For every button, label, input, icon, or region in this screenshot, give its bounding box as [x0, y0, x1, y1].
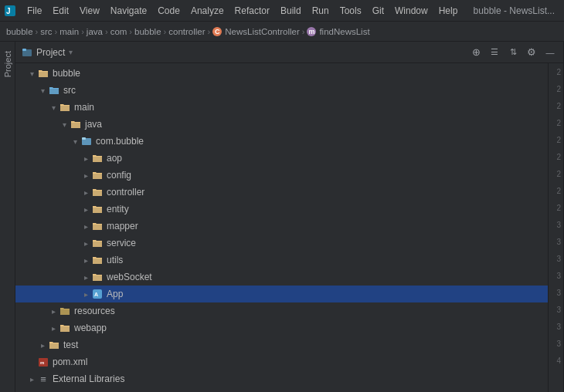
bc-main[interactable]: main [59, 27, 79, 36]
tree-arrow-src[interactable] [37, 85, 48, 96]
method-icon: m [307, 27, 316, 36]
tree-arrow-utils[interactable] [80, 255, 91, 265]
main-area: Project Project ▾ ⊕ ☰ ⇅ ⚙ — [0, 42, 564, 392]
tree-item-pom-xml[interactable]: m pom.xml [15, 353, 548, 370]
tree-item-utils[interactable]: utils [15, 252, 548, 269]
tree-arrow-webSocket[interactable] [80, 272, 91, 282]
tree-arrow-bubble-root[interactable] [26, 68, 37, 79]
breadcrumb: bubble › src › main › java › com › bubbl… [0, 22, 564, 42]
menu-file[interactable]: File [22, 4, 47, 18]
tree-arrow-controller[interactable] [80, 187, 91, 198]
tree-label-App: App [107, 289, 123, 299]
app-logo: J [3, 4, 17, 18]
tree-item-App[interactable]: A App [15, 286, 548, 302]
project-tab-label[interactable]: Project [2, 45, 14, 83]
tree-item-service[interactable]: service [15, 235, 548, 252]
tree-arrow-service[interactable] [80, 238, 91, 248]
tree-icon-webapp [59, 322, 71, 334]
tree-label-entity: entity [107, 204, 129, 215]
tree-item-test[interactable]: test [15, 336, 548, 353]
tree-arrow-config[interactable] [80, 170, 91, 181]
tree-arrow-main[interactable] [48, 102, 59, 113]
tree-item-ext-libs[interactable]: ≡External Libraries [15, 370, 548, 387]
menu-run[interactable]: Run [307, 4, 335, 18]
tree-item-webapp[interactable]: webapp [15, 319, 548, 336]
project-folder-icon [22, 47, 32, 58]
settings-icon[interactable]: ⚙ [525, 46, 539, 59]
tree-arrow-java[interactable] [59, 119, 70, 130]
tree-arrow-resources[interactable] [48, 306, 59, 316]
tree-arrow-test[interactable] [37, 340, 48, 350]
tree-item-entity[interactable]: entity [15, 201, 548, 218]
line-number: 2 [549, 165, 563, 182]
tree-icon-com-bubble [80, 135, 93, 147]
tree-icon-webSocket [91, 271, 104, 283]
tree-icon-utils [91, 254, 104, 266]
tree-arrow-webapp[interactable] [48, 323, 59, 333]
bc-bubble2[interactable]: bubble [134, 27, 161, 36]
tree-icon-aop [91, 152, 104, 164]
tree-item-resources[interactable]: resources [15, 302, 548, 319]
menu-analyze[interactable]: Analyze [185, 4, 229, 18]
line-number: 3 [549, 267, 563, 284]
tree-icon-pom-xml: m [37, 356, 49, 368]
menubar: J File Edit View Navigate Code Analyze R… [0, 0, 564, 22]
project-tree: bubblesrcmainjava com.bubbleaopconfigcon… [15, 63, 548, 392]
svg-rect-3 [22, 49, 26, 51]
tree-arrow-ext-libs[interactable] [26, 373, 37, 384]
window-title: bubble - NewsList... [474, 5, 561, 16]
bc-newslistcontroller[interactable]: C NewsListController [212, 27, 300, 36]
tree-label-ext-libs: External Libraries [53, 373, 124, 384]
bc-controller[interactable]: controller [168, 27, 205, 36]
panel-title: Project ▾ [22, 47, 73, 58]
tree-item-webSocket[interactable]: webSocket [15, 269, 548, 286]
tree-item-com-bubble[interactable]: com.bubble [15, 133, 548, 150]
menu-build[interactable]: Build [275, 4, 307, 18]
tree-item-bubble-root[interactable]: bubble [15, 65, 548, 82]
menu-edit[interactable]: Edit [47, 4, 74, 18]
line-number: 4 [549, 352, 563, 369]
tree-label-java: java [85, 119, 102, 130]
bc-src[interactable]: src [40, 27, 52, 36]
line-number: 2 [549, 131, 563, 148]
menu-code[interactable]: Code [152, 4, 185, 18]
menu-navigate[interactable]: Navigate [105, 4, 152, 18]
expand-icon[interactable]: ⇅ [506, 46, 520, 59]
collapse-all-icon[interactable]: ☰ [488, 46, 501, 59]
menu-help[interactable]: Help [433, 4, 464, 18]
globe-icon[interactable]: ⊕ [469, 46, 483, 59]
menu-git[interactable]: Git [367, 4, 389, 18]
tree-item-controller[interactable]: controller [15, 184, 548, 201]
bc-findnewslist[interactable]: m findNewsList [307, 27, 369, 36]
tree-item-src[interactable]: src [15, 82, 548, 99]
panel-dropdown-arrow[interactable]: ▾ [69, 48, 73, 56]
tree-item-mapper[interactable]: mapper [15, 218, 548, 235]
tree-arrow-aop[interactable] [80, 153, 91, 164]
tree-item-main[interactable]: main [15, 99, 548, 116]
line-number: 3 [549, 335, 563, 352]
tree-icon-mapper [91, 220, 104, 232]
menu-view[interactable]: View [74, 4, 105, 18]
tree-icon-service [91, 237, 104, 249]
menu-refactor[interactable]: Refactor [229, 4, 275, 18]
tree-item-scratch[interactable]: ✎Scratches and Consoles [15, 387, 548, 392]
tree-item-aop[interactable]: aop [15, 150, 548, 167]
tree-arrow-entity[interactable] [80, 204, 91, 215]
bc-java[interactable]: java [87, 27, 103, 36]
tree-arrow-mapper[interactable] [80, 221, 91, 231]
tree-item-java[interactable]: java [15, 116, 548, 133]
tree-arrow-App[interactable] [80, 289, 91, 299]
bc-bubble[interactable]: bubble [6, 27, 33, 36]
close-icon[interactable]: — [543, 46, 557, 59]
bc-com[interactable]: com [110, 27, 127, 36]
tree-icon-bubble-root [37, 67, 49, 79]
menu-window[interactable]: Window [389, 4, 433, 18]
tree-arrow-com-bubble[interactable] [70, 136, 80, 147]
line-number: 2 [549, 182, 563, 199]
line-number: 2 [549, 199, 563, 216]
menu-tools[interactable]: Tools [335, 4, 367, 18]
tree-item-config[interactable]: config [15, 167, 548, 184]
line-number: 2 [549, 63, 563, 80]
tree-label-webapp: webapp [74, 323, 107, 333]
tree-label-controller: controller [107, 187, 144, 198]
